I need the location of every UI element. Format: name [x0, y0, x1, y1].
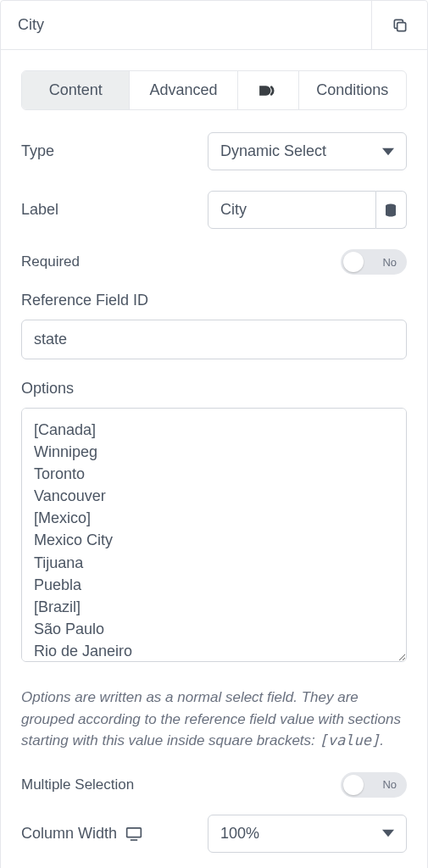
colwidth-select[interactable]: 100%: [208, 815, 407, 853]
multiple-toggle-value: No: [382, 778, 397, 791]
label-input[interactable]: [208, 191, 376, 229]
colwidth-label-wrap: Column Width: [21, 825, 208, 843]
row-required: Required No: [21, 249, 407, 275]
type-select[interactable]: Dynamic Select: [208, 132, 407, 170]
duplicate-button[interactable]: [371, 1, 427, 49]
svg-rect-2: [127, 827, 142, 837]
multiple-label: Multiple Selection: [21, 776, 134, 793]
settings-tabs: Content Advanced Conditions: [21, 70, 407, 110]
tab-advanced[interactable]: Advanced: [129, 71, 236, 109]
toggle-knob: [343, 775, 364, 795]
database-icon: [383, 203, 398, 218]
field-settings-panel: City Content Advanced Con: [0, 0, 428, 868]
row-type: Type Dynamic Select: [21, 132, 407, 170]
options-helper: Options are written as a normal select f…: [21, 687, 407, 752]
options-label: Options: [21, 380, 407, 398]
chevron-down-icon: [382, 827, 394, 839]
dynamic-icon: [258, 82, 278, 99]
multiple-toggle[interactable]: No: [341, 772, 407, 798]
tab-conditions[interactable]: Conditions: [298, 71, 406, 109]
colwidth-label: Column Width: [21, 825, 117, 843]
options-helper-code: [value]: [320, 732, 381, 748]
options-textarea[interactable]: [21, 408, 407, 662]
tab-dynamic[interactable]: [237, 71, 298, 109]
desktop-icon[interactable]: [125, 826, 142, 841]
toggle-knob: [343, 252, 364, 272]
chevron-down-icon: [382, 146, 394, 158]
colwidth-select-value: 100%: [220, 825, 259, 843]
row-column-width: Column Width 100%: [21, 815, 407, 853]
reference-label: Reference Field ID: [21, 292, 407, 309]
label-label: Label: [21, 201, 208, 219]
required-toggle[interactable]: No: [341, 249, 407, 275]
tab-content[interactable]: Content: [22, 71, 129, 109]
reference-field-input[interactable]: [21, 320, 407, 359]
type-select-value: Dynamic Select: [220, 142, 326, 160]
svg-rect-0: [397, 22, 405, 31]
panel-title: City: [1, 1, 371, 49]
required-toggle-value: No: [382, 256, 397, 269]
options-helper-post: .: [380, 732, 384, 748]
type-label: Type: [21, 142, 208, 160]
dynamic-data-button[interactable]: [376, 191, 407, 229]
required-label: Required: [21, 253, 80, 270]
row-label: Label: [21, 191, 407, 229]
copy-icon: [392, 17, 409, 34]
panel-header: City: [1, 1, 427, 50]
panel-body: Content Advanced Conditions Type Dynamic…: [1, 50, 427, 868]
row-multiple: Multiple Selection No: [21, 772, 407, 798]
